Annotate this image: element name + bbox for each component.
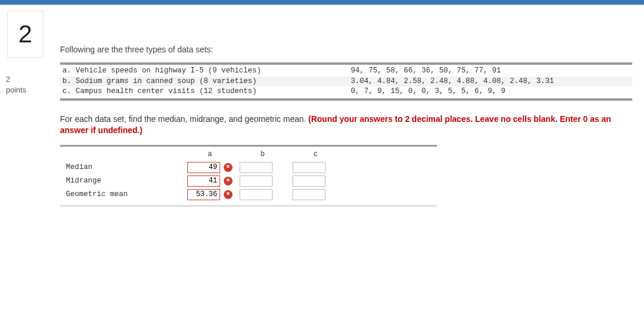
wrong-icon: ✖ [224,163,233,172]
header-blank [60,149,184,161]
answer-table: a b c Median ✖ [60,149,342,201]
input-midrange-b[interactable] [240,175,273,187]
input-geomean-c[interactable] [293,189,326,200]
cell-median-a: ✖ [184,161,236,174]
dataset-row-c: c. Campus health center visits (12 stude… [60,87,632,97]
table-header-row: a b c [60,149,342,161]
row-label-geomean: Geometric mean [60,188,184,201]
cell-median-b [236,161,289,174]
cell-median-c [289,161,342,174]
answer-block: a b c Median ✖ [60,145,437,207]
wrong-icon: ✖ [224,177,233,185]
points-label: points [6,85,26,94]
instruction-plain: For each data set, find the median, midr… [60,114,308,124]
cell-midrange-c [289,174,342,188]
header-col-c: c [289,149,342,161]
cell-geomean-b [236,188,289,201]
input-median-a[interactable] [187,162,220,173]
row-label-midrange: Midrange [60,174,184,188]
question-number: 2 [18,20,32,48]
input-median-c[interactable] [293,162,326,173]
dataset-label: b. Sodium grams in canned soup (8 variet… [62,77,351,87]
right-column: Following are the three types of data se… [60,11,644,207]
question-container: 2 2 points Following are the three types… [0,5,644,207]
table-row-median: Median ✖ [60,161,342,174]
dataset-block: a. Vehicle speeds on highway I-5 (9 vehi… [60,62,632,101]
dataset-values: 3.04, 4.84, 2.58, 2.48, 4.88, 4.08, 2.48… [351,77,630,87]
cell-midrange-b [236,174,289,188]
left-column: 2 2 points [4,11,60,207]
points-block: 2 points [6,74,60,95]
input-midrange-a[interactable] [187,175,220,187]
input-geomean-a[interactable] [187,189,220,200]
top-bar [0,0,644,5]
cell-geomean-a: ✖ [184,188,236,201]
cell-geomean-c [289,188,342,201]
table-row-geomean: Geometric mean ✖ [60,188,342,201]
wrong-icon: ✖ [224,190,233,199]
cell-midrange-a: ✖ [184,174,236,188]
input-median-b[interactable] [240,162,273,173]
dataset-row-b: b. Sodium grams in canned soup (8 variet… [60,77,632,87]
row-label-median: Median [60,161,184,174]
dataset-label: a. Vehicle speeds on highway I-5 (9 vehi… [62,66,351,77]
question-number-box: 2 [7,11,44,58]
header-col-b: b [236,149,289,161]
dataset-label: c. Campus health center visits (12 stude… [62,87,351,97]
dataset-row-a: a. Vehicle speeds on highway I-5 (9 vehi… [60,66,632,77]
instruction-text: For each data set, find the median, midr… [60,114,632,137]
intro-text: Following are the three types of data se… [60,45,632,54]
input-geomean-b[interactable] [240,189,273,200]
input-midrange-c[interactable] [293,175,326,187]
dataset-values: 0, 7, 9, 15, 0, 0, 3, 5, 5, 6, 9, 9 [351,87,630,97]
points-value: 2 [6,75,10,84]
table-row-midrange: Midrange ✖ [60,174,342,188]
dataset-values: 94, 75, 58, 66, 36, 50, 75, 77, 91 [351,66,630,77]
header-col-a: a [184,149,236,161]
